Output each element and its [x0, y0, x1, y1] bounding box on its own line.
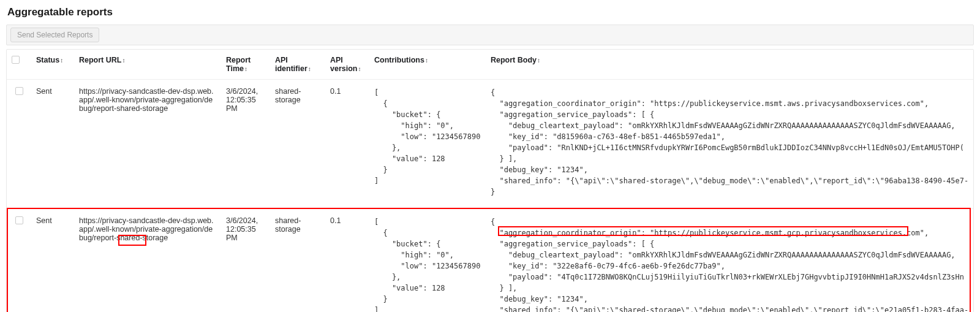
header-time[interactable]: Report Time↕	[221, 50, 270, 80]
cell-contrib: [ { "bucket": { "high": "0", "low": "123…	[369, 80, 486, 209]
cell-status: Sent	[31, 209, 74, 313]
cell-url: https://privacy-sandcastle-dev-dsp.web.a…	[74, 209, 221, 313]
sort-icon: ↕	[60, 57, 63, 64]
cell-ver: 0.1	[325, 80, 369, 209]
sort-icon: ↕	[308, 66, 311, 72]
sort-icon: ↕	[425, 57, 428, 64]
header-url[interactable]: Report URL↕	[74, 50, 221, 80]
cell-body: { "aggregation_coordinator_origin": "htt…	[486, 80, 973, 209]
send-selected-button[interactable]: Send Selected Reports	[10, 28, 99, 42]
sort-icon: ↕	[358, 66, 361, 72]
row-checkbox[interactable]	[15, 87, 23, 95]
sort-icon: ↕	[122, 57, 125, 64]
header-contrib[interactable]: Contributions↕	[369, 50, 486, 80]
reports-table: Status↕ Report URL↕ Report Time↕ API ide…	[6, 49, 974, 312]
cell-time: 3/6/2024, 12:05:35 PM	[221, 209, 270, 313]
cell-status: Sent	[31, 80, 74, 209]
cell-contrib: [ { "bucket": { "high": "0", "low": "123…	[369, 209, 486, 313]
toolbar: Send Selected Reports	[6, 25, 974, 45]
cell-time: 3/6/2024, 12:05:35 PM	[221, 80, 270, 209]
header-checkbox-cell	[7, 50, 31, 80]
page-title: Aggregatable reports	[7, 6, 974, 18]
cell-ver: 0.1	[325, 209, 369, 313]
sort-icon: ↕	[244, 66, 247, 72]
table-row: Sent https://privacy-sandcastle-dev-dsp.…	[7, 80, 973, 209]
cell-api: shared-storage	[270, 209, 325, 313]
cell-api: shared-storage	[270, 80, 325, 209]
row-checkbox[interactable]	[15, 216, 23, 224]
cell-url: https://privacy-sandcastle-dev-dsp.web.a…	[74, 80, 221, 209]
header-api[interactable]: API identifier↕	[270, 50, 325, 80]
table-row: Sent https://privacy-sandcastle-dev-dsp.…	[7, 209, 973, 313]
header-body[interactable]: Report Body↕	[486, 50, 973, 80]
select-all-checkbox[interactable]	[12, 56, 20, 64]
header-status[interactable]: Status↕	[31, 50, 74, 80]
header-ver[interactable]: API version↕	[325, 50, 369, 80]
cell-body: { "aggregation_coordinator_origin": "htt…	[486, 209, 973, 313]
sort-icon: ↕	[537, 57, 540, 64]
